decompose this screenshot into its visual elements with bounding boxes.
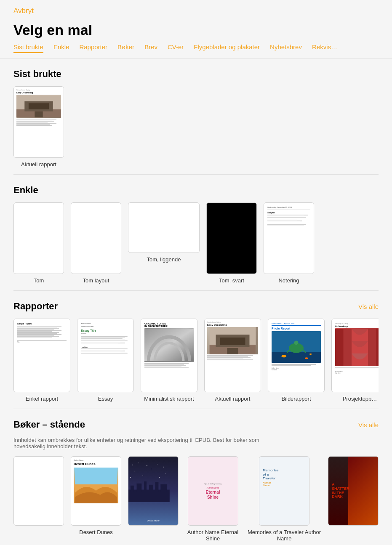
boker-row: Author Name Desert Dunes Desert Dunes	[13, 456, 379, 542]
template-aktuell-rapport-recent[interactable]: Simple Home Styling Easy Decorating	[13, 86, 64, 167]
essay-line-8	[81, 344, 118, 345]
note-divider	[267, 210, 310, 210]
urna-thumb: Urna Semper	[128, 456, 179, 526]
tab-rekvis[interactable]: Rekvis…	[312, 43, 337, 53]
shatter-thumb: ASHATTERIN THEDARK	[328, 456, 379, 526]
tom-thumb	[13, 202, 64, 274]
svg-rect-48	[160, 484, 167, 492]
template-urna-semper[interactable]: Urna Semper	[128, 456, 179, 542]
sr-footer: Title	[17, 341, 67, 343]
essay-subtitle: Subtitle	[81, 332, 130, 335]
template-book-blank[interactable]	[13, 456, 64, 542]
desert-dunes-thumb: Author Name Desert Dunes	[71, 456, 121, 526]
essay-line-5	[81, 340, 128, 341]
essay-line-12	[81, 352, 120, 353]
template-label-tom-liggende: Tom, liggende	[147, 256, 181, 263]
template-label-bilderapport: Bilderapport	[281, 396, 311, 402]
svg-point-41	[159, 477, 160, 478]
template-label-aktuell-recent: Aktuell rapport	[21, 161, 56, 167]
svg-point-37	[151, 469, 152, 470]
photo-caption: Author NameFall 2019	[272, 367, 321, 371]
ak2-line-3	[207, 357, 251, 358]
top-bar: Avbryt	[0, 0, 392, 19]
tab-cver[interactable]: CV-er	[168, 43, 184, 53]
tab-nyhetsbrev[interactable]: Nyhetsbrev	[270, 43, 302, 53]
essay-line-2	[81, 338, 125, 338]
ocean-svg	[272, 331, 321, 363]
template-tom-svart[interactable]: Tom, svart	[206, 202, 257, 284]
svg-point-32	[139, 463, 139, 463]
rapporter-vis-alle[interactable]: Vis alle	[358, 303, 379, 310]
template-shatter[interactable]: ASHATTERIN THEDARK	[328, 456, 379, 542]
template-memories[interactable]: Memoriesof aTraveler AuthorName Memories…	[247, 456, 321, 542]
template-essay[interactable]: Author Name Submission Date Essay Title …	[77, 319, 134, 402]
text-line-6	[16, 124, 50, 125]
template-minimalistisk[interactable]: ORGANIC FORMSIN ARCHITECTURE	[141, 319, 197, 402]
ak2-title: Easy Decorating	[207, 324, 258, 326]
cancel-button[interactable]: Avbryt	[13, 7, 34, 15]
note-line-1	[267, 215, 308, 215]
essay-line-10	[81, 350, 123, 351]
template-bilderapport[interactable]: Author Name — April 24, 2020 Photo Repor…	[268, 319, 325, 402]
template-notering[interactable]: Wednesday, December 15, 2019 Subject Not…	[264, 202, 314, 284]
boker-vis-alle[interactable]: Vis alle	[358, 421, 379, 428]
prosjektopp-thumb: Geology 101 Rep… Archaeology	[331, 319, 379, 392]
text-line-3	[16, 121, 54, 122]
template-label-minimalistisk: Minimalistisk rapport	[144, 396, 194, 402]
tab-rapporter[interactable]: Rapporter	[79, 43, 107, 53]
rapporter-header: Rapporter Vis alle	[13, 301, 379, 312]
template-label-tom: Tom	[34, 277, 44, 284]
boker-subtitle: Innholdet kan ombrekkes for ulike enhete…	[13, 437, 379, 449]
essay-line-9	[81, 348, 128, 349]
svg-point-35	[163, 467, 164, 468]
desert-author: Author Name	[74, 459, 118, 461]
template-aktuell-rapport[interactable]: Simple Home Styling Easy Decorating	[204, 319, 261, 402]
template-tom[interactable]: Tom	[13, 202, 64, 284]
memories-thumb: Memoriesof aTraveler AuthorName	[259, 456, 309, 526]
org-line-2	[144, 364, 184, 365]
sr-line-11	[17, 336, 59, 337]
aktuell-content: Simple Home Styling Easy Decorating	[14, 87, 64, 157]
svg-point-21	[305, 357, 308, 359]
ak-header: Simple Home Styling	[16, 89, 61, 91]
minimalistisk-thumb: ORGANIC FORMSIN ARCHITECTURE	[141, 319, 197, 392]
template-tom-layout[interactable]: Tom layout	[71, 202, 121, 284]
svg-point-34	[157, 464, 157, 464]
enkle-title: Enkle	[13, 185, 38, 196]
geology-content: Geology 101 Rep… Archaeology	[332, 319, 379, 392]
tom-liggende-thumb	[128, 202, 200, 253]
note-line-6	[267, 222, 300, 223]
template-enkel-rapport[interactable]: Simple Report Title	[13, 319, 70, 402]
tab-enkle[interactable]: Enkle	[53, 43, 69, 53]
tab-boker[interactable]: Bøker	[117, 43, 134, 53]
arch-image	[144, 328, 194, 362]
text-line-2	[16, 120, 52, 121]
template-desert-dunes[interactable]: Author Name Desert Dunes Desert Dunes	[71, 456, 121, 542]
essay-title: Essay Title	[81, 329, 130, 332]
photo-author: Author Name — April 24, 2020	[272, 322, 321, 324]
organic-title: ORGANIC FORMSIN ARCHITECTURE	[144, 322, 194, 327]
sr-line-7	[17, 332, 59, 333]
essay-content: Author Name Submission Date Essay Title …	[77, 319, 133, 392]
tab-flygeblader[interactable]: Flygeblader og plakater	[194, 43, 260, 53]
boker-section: Bøker – stående Vis alle Innholdet kan o…	[0, 409, 392, 545]
svg-point-38	[165, 473, 165, 473]
template-prosjektopp[interactable]: Geology 101 Rep… Archaeology	[331, 319, 379, 402]
tom-svart-thumb	[206, 202, 257, 274]
essay-heading: Heading	[81, 346, 130, 348]
svg-rect-15	[272, 352, 321, 362]
note-date: Wednesday, December 15, 2019	[267, 206, 310, 208]
tab-bar: Sist brukte Enkle Rapporter Bøker Brev C…	[0, 43, 392, 58]
tab-sist-brukte[interactable]: Sist brukte	[13, 43, 43, 53]
template-tom-liggende[interactable]: Tom, liggende	[128, 202, 200, 284]
sr-line-3	[17, 328, 59, 329]
svg-rect-27	[376, 329, 379, 366]
sist-brukte-row: Simple Home Styling Easy Decorating	[13, 86, 379, 167]
tab-brev[interactable]: Brev	[144, 43, 157, 53]
template-eternal-shine[interactable]: Tips til tittel og heading Author Name E…	[185, 456, 240, 542]
sr-line-2	[17, 327, 57, 328]
photo-title: Photo Report	[272, 327, 321, 330]
svg-rect-28	[75, 468, 117, 484]
organic-content: ORGANIC FORMSIN ARCHITECTURE	[141, 319, 197, 392]
memories-content: Memoriesof aTraveler AuthorName	[259, 457, 309, 525]
